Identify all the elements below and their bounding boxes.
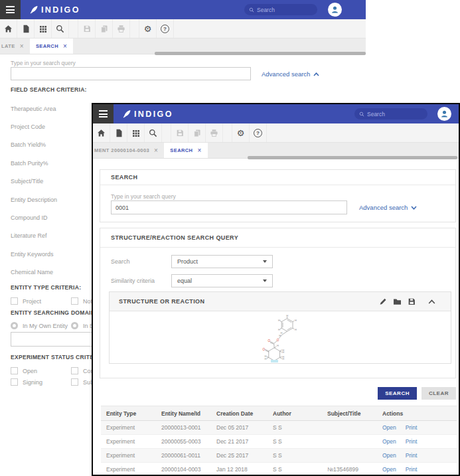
- tab-search[interactable]: SEARCH ×: [164, 143, 207, 158]
- screenshot-canvas: INDIGO ⚙ ?: [0, 0, 460, 476]
- hamburger-menu-button[interactable]: [0, 0, 21, 19]
- grid-dashboard-icon[interactable]: [35, 19, 52, 38]
- close-tab-icon[interactable]: ×: [154, 147, 158, 154]
- field-label-project-code[interactable]: Project Code: [11, 118, 57, 135]
- entity-type-cell: Experiment: [101, 466, 156, 473]
- checkbox-completed[interactable]: [71, 367, 78, 374]
- structure-canvas[interactable]: HHHHH HH H HH HH HH HH O O O: [110, 311, 451, 363]
- save-icon[interactable]: [171, 123, 189, 142]
- field-label-therapeutic-area[interactable]: Therapeutic Area: [11, 100, 57, 118]
- table-row[interactable]: Experiment 20000104-0003 Jan 12 2018 S S…: [101, 463, 457, 476]
- similarity-criteria-label: Similarity criteria: [111, 278, 155, 284]
- search-query-input[interactable]: [11, 67, 251, 80]
- search-tool-icon[interactable]: [52, 19, 69, 38]
- search-mode-select[interactable]: Product: [171, 255, 273, 268]
- print-icon[interactable]: [206, 123, 223, 142]
- field-label-entity-keywords[interactable]: Entity Keywords: [11, 245, 57, 263]
- tab-label: MENT 20000104-0003: [94, 147, 149, 153]
- field-label-chemical-name[interactable]: Chemical Name: [11, 264, 57, 281]
- field-label-batch-purity[interactable]: Batch Purity%: [11, 154, 57, 172]
- user-avatar[interactable]: [328, 3, 342, 17]
- save-icon[interactable]: [78, 19, 96, 38]
- column-header[interactable]: Entity Type: [101, 410, 156, 417]
- hamburger-menu-button[interactable]: [93, 104, 114, 123]
- open-link[interactable]: Open: [382, 424, 396, 431]
- search-tool-icon[interactable]: [145, 123, 162, 142]
- save-structure-icon[interactable]: [408, 297, 416, 305]
- column-header[interactable]: Creation Date: [211, 410, 268, 417]
- grid-dashboard-icon[interactable]: [127, 123, 145, 142]
- entity-type-cell: Experiment: [101, 438, 156, 445]
- field-label-literature-ref[interactable]: Literature Ref: [11, 227, 57, 245]
- table-row[interactable]: Experiment 20000055-0003 Dec 21 2017 S S…: [101, 435, 457, 449]
- toolbar-divider: [69, 19, 78, 38]
- structure-or-reaction-panel: STRUCTURE OR REACTION: [109, 291, 451, 364]
- checkbox-notebook[interactable]: [71, 297, 78, 305]
- home-icon[interactable]: [93, 123, 110, 142]
- global-search-box[interactable]: [354, 108, 427, 119]
- field-label-entity-description[interactable]: Entity Description: [11, 191, 57, 208]
- main-toolbar: ⚙ ?: [93, 123, 459, 143]
- print-link[interactable]: Print: [406, 438, 417, 445]
- home-icon[interactable]: [0, 19, 17, 38]
- open-structure-folder-icon[interactable]: [393, 298, 402, 305]
- checkbox-project[interactable]: [11, 297, 18, 305]
- entity-name-cell: 20000013-0001: [156, 424, 211, 431]
- collapse-chevron-up-icon[interactable]: [428, 299, 435, 304]
- search-query-input[interactable]: [111, 200, 347, 214]
- radio-in-my-own-entity[interactable]: [11, 322, 18, 329]
- clear-button[interactable]: CLEAR: [422, 387, 456, 400]
- settings-gear-icon[interactable]: ⚙: [139, 19, 157, 38]
- advanced-search-link[interactable]: Advanced search: [359, 204, 417, 211]
- horizontal-scrollbar[interactable]: [155, 52, 366, 55]
- tab-search[interactable]: SEARCH ×: [30, 39, 73, 54]
- new-document-icon[interactable]: [110, 123, 127, 142]
- tab-experiment[interactable]: MENT 20000104-0003 ×: [93, 143, 164, 158]
- horizontal-scrollbar[interactable]: [248, 156, 457, 159]
- global-search-box[interactable]: [244, 4, 317, 15]
- creation-date-cell: Jan 12 2018: [211, 466, 268, 473]
- column-header[interactable]: Author: [268, 410, 322, 417]
- open-link[interactable]: Open: [382, 466, 396, 473]
- global-search-input[interactable]: [257, 7, 313, 13]
- structure-card-title: STRUCTURE/REACTION SEARCH QUERY: [100, 228, 455, 248]
- checkbox-signing[interactable]: [11, 378, 18, 386]
- radio-in-entities[interactable]: [71, 322, 78, 329]
- field-label-compound-id[interactable]: Compound ID: [11, 208, 57, 226]
- field-label-subject-title[interactable]: Subject/Title: [11, 173, 57, 191]
- global-search-input[interactable]: [367, 111, 423, 118]
- close-tab-icon[interactable]: ×: [20, 42, 24, 50]
- radio-label: In My Own Entity: [23, 323, 68, 329]
- print-link[interactable]: Print: [406, 424, 417, 431]
- close-tab-icon[interactable]: ×: [197, 147, 201, 154]
- print-icon[interactable]: [113, 19, 130, 38]
- checkbox-submitted[interactable]: [71, 378, 78, 386]
- table-row[interactable]: Experiment 20000013-0001 Dec 05 2017 S S…: [101, 421, 457, 435]
- open-link[interactable]: Open: [382, 438, 396, 445]
- search-button[interactable]: SEARCH: [378, 387, 417, 400]
- similarity-criteria-select[interactable]: equal: [171, 274, 273, 287]
- edit-structure-pencil-icon[interactable]: [379, 297, 387, 305]
- creation-date-cell: Dec 05 2017: [211, 424, 268, 431]
- help-icon[interactable]: ?: [157, 19, 174, 38]
- copy-icon[interactable]: [189, 123, 206, 142]
- table-row[interactable]: Experiment 20000061-0011 Dec 25 2017 S S…: [101, 449, 457, 463]
- open-link[interactable]: Open: [382, 452, 396, 459]
- field-label-batch-yield[interactable]: Batch Yield%: [11, 136, 57, 154]
- new-document-icon[interactable]: [17, 19, 35, 38]
- svg-text:O: O: [262, 348, 265, 351]
- advanced-search-link[interactable]: Advanced search: [262, 70, 319, 78]
- column-header[interactable]: Entity Name/Id: [156, 410, 211, 417]
- settings-gear-icon[interactable]: ⚙: [232, 123, 250, 142]
- checkbox-open[interactable]: [11, 367, 18, 374]
- print-link[interactable]: Print: [406, 452, 417, 459]
- user-avatar[interactable]: [437, 107, 451, 121]
- column-header[interactable]: Subject/Title: [322, 410, 377, 417]
- print-link[interactable]: Print: [406, 466, 417, 473]
- tab-label: LATE: [1, 43, 15, 49]
- column-header[interactable]: Actions: [377, 410, 457, 417]
- help-icon[interactable]: ?: [250, 123, 267, 142]
- copy-icon[interactable]: [96, 19, 113, 38]
- close-tab-icon[interactable]: ×: [63, 42, 67, 50]
- tab-template[interactable]: LATE ×: [0, 39, 30, 54]
